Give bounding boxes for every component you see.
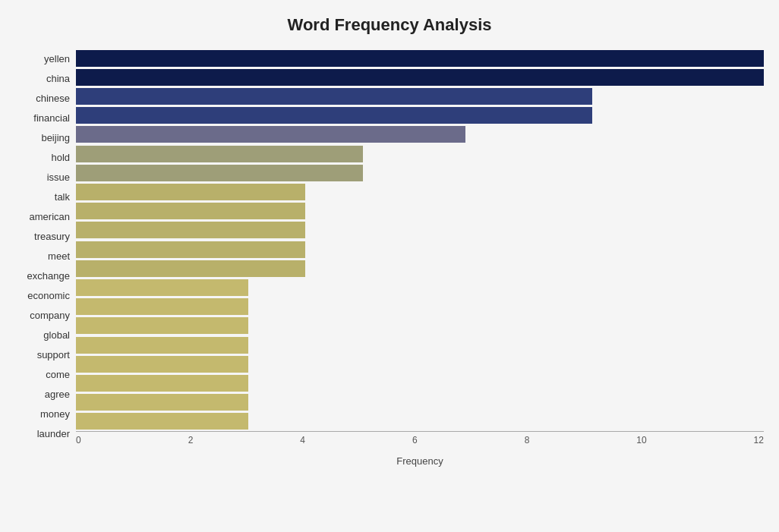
- bar-row: [76, 163, 764, 182]
- y-label: financial: [15, 113, 76, 123]
- y-label: support: [15, 350, 76, 360]
- y-label: agree: [15, 389, 76, 399]
- chart-area: yellenchinachinesefinancialbeijingholdis…: [15, 49, 764, 467]
- bar: [76, 165, 363, 181]
- y-label: american: [15, 212, 76, 222]
- bar-row: [76, 106, 764, 125]
- bar: [76, 356, 248, 373]
- bar-row: [76, 393, 764, 412]
- x-tick: 0: [76, 435, 81, 454]
- y-label: global: [15, 330, 76, 340]
- bar: [76, 222, 305, 238]
- x-axis-title: Frequency: [76, 455, 764, 467]
- y-label: company: [15, 310, 76, 320]
- y-label: money: [15, 409, 76, 419]
- bar-row: [76, 68, 764, 87]
- y-label: yellen: [15, 54, 76, 64]
- y-label: launder: [15, 429, 76, 439]
- bar: [76, 394, 248, 411]
- bar-row: [76, 373, 764, 392]
- y-label: come: [15, 370, 76, 379]
- bar-row: [76, 221, 764, 240]
- y-label: economic: [15, 291, 76, 301]
- bar-row: [76, 87, 764, 105]
- bar-row: [76, 125, 764, 144]
- y-label: hold: [15, 153, 76, 162]
- bar: [76, 298, 248, 315]
- chart-title: Word Frequency Analysis: [15, 15, 764, 35]
- bar-row: [76, 278, 764, 297]
- bar: [76, 203, 305, 219]
- x-axis-labels: 024681012: [76, 431, 764, 454]
- bar-row: [76, 297, 764, 316]
- x-tick: 2: [188, 435, 194, 454]
- bars-wrapper: [76, 49, 764, 431]
- y-label: exchange: [15, 271, 76, 281]
- bar: [76, 88, 592, 105]
- y-label: treasury: [15, 231, 76, 241]
- bar-row: [76, 335, 764, 354]
- bar-row: [76, 240, 764, 259]
- bar: [76, 69, 764, 86]
- x-tick: 4: [300, 435, 305, 454]
- bar: [76, 146, 363, 162]
- bar: [76, 126, 465, 143]
- x-tick: 6: [412, 435, 418, 454]
- x-tick: 12: [754, 435, 764, 454]
- x-tick: 10: [636, 435, 646, 454]
- y-label: chinese: [15, 93, 76, 103]
- bar-row: [76, 144, 764, 163]
- bar: [76, 107, 592, 124]
- bar-row: [76, 182, 764, 201]
- y-label: issue: [15, 172, 76, 182]
- bar-row: [76, 412, 764, 431]
- bar: [76, 260, 305, 277]
- bar-row: [76, 202, 764, 221]
- bar: [76, 184, 305, 200]
- y-label: talk: [15, 192, 76, 202]
- y-label: meet: [15, 251, 76, 261]
- bar-row: [76, 354, 764, 373]
- y-label: beijing: [15, 133, 76, 143]
- bar: [76, 50, 764, 67]
- bar-row: [76, 259, 764, 278]
- bar: [76, 337, 248, 354]
- y-label: china: [15, 74, 76, 83]
- chart-container: Word Frequency Analysis yellenchinachine…: [0, 0, 779, 532]
- bar: [76, 279, 248, 296]
- x-tick: 8: [525, 435, 530, 454]
- bar: [76, 317, 248, 334]
- bar: [76, 375, 248, 392]
- y-axis: yellenchinachinesefinancialbeijingholdis…: [15, 49, 76, 467]
- bar: [76, 241, 305, 258]
- bar-row: [76, 49, 764, 68]
- bar-row: [76, 316, 764, 335]
- plot-area: 024681012 Frequency: [76, 49, 764, 467]
- bar: [76, 413, 248, 430]
